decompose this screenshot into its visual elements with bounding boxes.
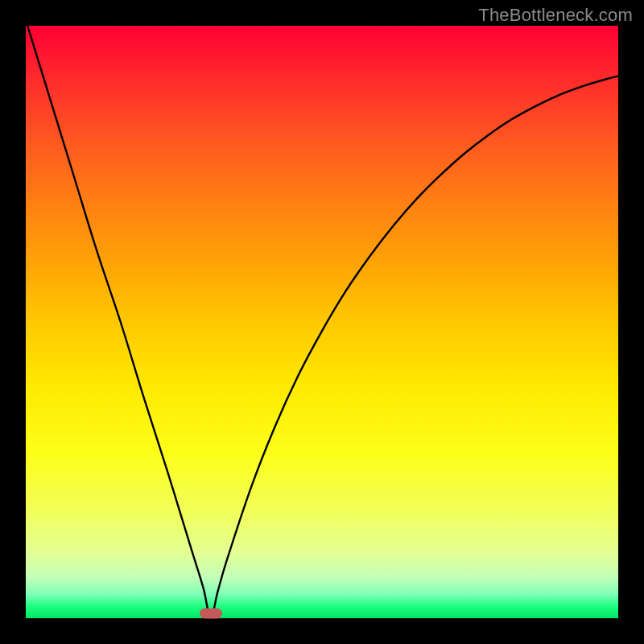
bottleneck-curve <box>26 26 618 618</box>
optimal-marker <box>200 609 222 619</box>
watermark-text: TheBottleneck.com <box>478 5 633 26</box>
chart-frame: TheBottleneck.com <box>0 0 644 644</box>
